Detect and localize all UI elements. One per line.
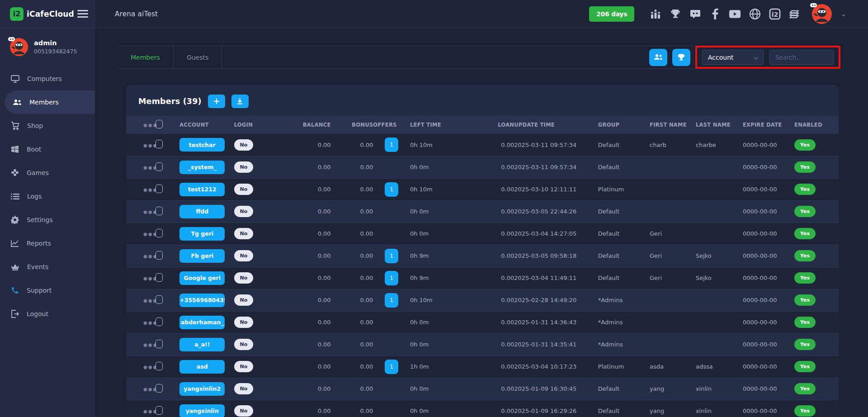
col-update-time[interactable]: UPDATE TIME [514, 116, 598, 134]
row-actions-icon[interactable]: ●●● [143, 254, 156, 259]
ranking-icon[interactable] [649, 8, 661, 20]
sidebar-item-members[interactable]: Members [5, 90, 95, 114]
row-checkbox[interactable] [156, 317, 163, 326]
row-actions-icon[interactable]: ●●● [143, 298, 156, 303]
col-group[interactable]: GROUP [598, 116, 650, 134]
col-first-name[interactable]: FIRST NAME [650, 116, 696, 134]
account-button[interactable]: test1212 [179, 183, 225, 196]
row-checkbox[interactable] [156, 273, 163, 282]
search-field-select[interactable]: Account ⌵ [702, 50, 764, 65]
offers-badge[interactable]: 1 [385, 182, 398, 197]
sidebar-item-logout[interactable]: Logout [0, 302, 95, 326]
trophy-icon[interactable] [669, 8, 681, 20]
row-checkbox[interactable] [156, 162, 163, 171]
account-button[interactable]: abderhaman_ [179, 316, 225, 329]
add-member-button[interactable] [208, 95, 225, 108]
row-actions-icon[interactable]: ●●● [143, 409, 156, 414]
account-button[interactable]: _system_ [179, 161, 225, 174]
row-checkbox[interactable] [156, 340, 163, 348]
col-offers[interactable]: OFFERS [373, 116, 410, 134]
account-button[interactable]: a_a!! [179, 338, 225, 351]
row-actions-icon[interactable]: ●●● [143, 143, 156, 148]
account-button[interactable]: testchar [179, 138, 225, 152]
icafecloud-logo-icon: i2 [10, 7, 24, 21]
offers-badge[interactable]: 1 [385, 137, 398, 152]
row-checkbox[interactable] [156, 207, 163, 215]
row-actions-icon[interactable]: ●●● [143, 276, 156, 281]
chevron-down-icon[interactable]: ⌄ [840, 10, 846, 18]
cell-bonus: 0.00 [331, 311, 373, 333]
license-days-badge[interactable]: 206 days [589, 6, 634, 22]
search-input[interactable] [769, 50, 834, 65]
row-checkbox[interactable] [156, 295, 163, 304]
col-enabled[interactable]: ENABLED [794, 116, 839, 134]
row-actions-icon[interactable]: ●●● [143, 342, 156, 347]
account-button[interactable]: Fb geri [179, 249, 225, 263]
sidebar-item-support[interactable]: Support [0, 279, 95, 302]
youtube-icon[interactable] [729, 8, 741, 20]
col-balance[interactable]: BALANCE [275, 116, 330, 134]
row-actions-icon[interactable]: ●●● [143, 165, 156, 170]
offers-badge[interactable]: 1 [385, 360, 398, 374]
row-actions-icon[interactable]: ●●● [143, 187, 156, 192]
sidebar-item-reports[interactable]: Reports [0, 232, 95, 255]
account-button[interactable]: asd [179, 360, 225, 374]
col-loan[interactable]: LOAN [470, 116, 514, 134]
cell-balance: 0.00 [275, 245, 330, 267]
cell-expire-date: 0000-00-00 [743, 223, 794, 245]
col-expire-date[interactable]: EXPIRE DATE [743, 116, 794, 134]
select-all-checkbox[interactable] [156, 120, 163, 128]
offers-badge[interactable]: 1 [385, 249, 398, 263]
members-view-button[interactable] [649, 49, 667, 66]
cell-expire-date: 0000-00-00 [743, 156, 794, 178]
cell-left-time: 0h 0m [410, 223, 470, 245]
row-checkbox[interactable] [156, 251, 163, 260]
export-download-button[interactable] [231, 95, 249, 108]
sidebar-item-events[interactable]: Events [0, 255, 95, 279]
col-left-time[interactable]: LEFT TIME [410, 116, 470, 134]
user-avatar[interactable] [812, 4, 832, 24]
row-checkbox[interactable] [156, 362, 163, 370]
row-actions-icon[interactable]: ●●● [143, 365, 156, 370]
hamburger-menu-icon[interactable] [77, 8, 88, 19]
row-checkbox[interactable] [156, 185, 163, 193]
row-actions-icon[interactable]: ●●● [143, 320, 156, 325]
row-actions-icon[interactable]: ●●● [143, 232, 156, 237]
account-button[interactable]: ffdd [179, 205, 225, 218]
members-icon [654, 54, 663, 61]
col-account[interactable]: ACCOUNT [179, 116, 234, 134]
chart-icon [11, 240, 19, 247]
account-button[interactable]: +35569680439 [179, 294, 225, 307]
trophy-view-button[interactable] [672, 49, 690, 66]
logout-icon [11, 310, 19, 318]
tab-members[interactable]: Members [118, 46, 174, 68]
row-checkbox[interactable] [156, 140, 163, 148]
col-last-name[interactable]: LAST NAME [696, 116, 743, 134]
icafe-icon[interactable]: i2 [769, 8, 781, 20]
offers-badge[interactable]: 1 [385, 293, 398, 308]
col-login[interactable]: LOGIN [234, 116, 276, 134]
discord-icon[interactable] [689, 8, 701, 20]
account-button[interactable]: yangxinlin [179, 404, 225, 417]
sidebar-item-games[interactable]: Games [0, 161, 95, 185]
sidebar-item-boot[interactable]: Boot [0, 137, 95, 161]
layers-icon[interactable] [788, 8, 801, 20]
account-button[interactable]: Google geri [179, 271, 225, 285]
facebook-icon[interactable] [709, 8, 721, 20]
sidebar-item-shop[interactable]: Shop [0, 114, 95, 137]
row-checkbox[interactable] [156, 406, 163, 415]
sidebar-item-computers[interactable]: Computers [0, 67, 95, 90]
row-actions-icon[interactable]: ●●● [143, 387, 156, 392]
tab-guests[interactable]: Guests [174, 46, 222, 68]
account-button[interactable]: yangxinlin2 [179, 382, 225, 396]
row-checkbox[interactable] [156, 229, 163, 237]
account-button[interactable]: Tg geri [179, 227, 225, 241]
row-actions-icon[interactable]: ●●● [143, 209, 156, 214]
offers-badge[interactable]: 1 [385, 271, 398, 285]
sidebar-item-settings[interactable]: Settings [0, 208, 95, 232]
enabled-badge: Yes [794, 206, 816, 217]
globe-icon[interactable] [749, 8, 761, 20]
sidebar-item-logs[interactable]: Logs [0, 185, 95, 208]
col-bonus[interactable]: BONUS [331, 116, 373, 134]
row-checkbox[interactable] [156, 384, 163, 393]
